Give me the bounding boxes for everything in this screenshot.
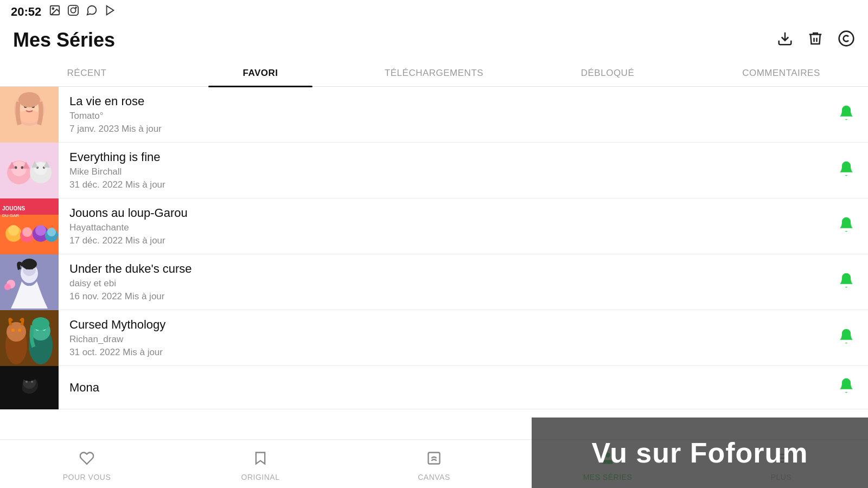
- notification-bell[interactable]: [825, 160, 868, 181]
- series-thumbnail: [0, 143, 59, 198]
- series-info: Jouons au loup-Garou Hayattachante 17 dé…: [59, 200, 825, 253]
- svg-point-52: [18, 329, 21, 332]
- svg-rect-65: [429, 453, 440, 464]
- nav-pour-vous-label: POUR VOUS: [63, 473, 111, 481]
- svg-rect-2: [68, 5, 78, 15]
- download-button[interactable]: [777, 30, 793, 50]
- series-thumbnail: JOUONS DU GAR: [0, 198, 59, 254]
- series-info: Everything is fine Mike Birchall 31 déc.…: [59, 144, 825, 197]
- series-date: 31 oct. 2022 Mis à jour: [69, 347, 814, 358]
- series-info: Under the duke's curse daisy et ebi 16 n…: [59, 255, 825, 309]
- notification-bell[interactable]: [825, 272, 868, 293]
- nav-original-label: ORIGINAL: [241, 473, 280, 481]
- photo-status-icon: [49, 4, 61, 19]
- series-author: daisy et ebi: [69, 278, 814, 289]
- series-author: Hayattachante: [69, 222, 814, 233]
- list-item[interactable]: JOUONS DU GAR Jouons au loup-Garou Hayat…: [0, 198, 868, 254]
- nav-original[interactable]: ORIGINAL: [174, 446, 347, 481]
- series-title: Under the duke's curse: [69, 262, 814, 276]
- watermark-overlay: Vu sur Foforum: [532, 418, 868, 488]
- page-title: Mes Séries: [13, 29, 115, 52]
- svg-point-4: [75, 7, 76, 8]
- whatsapp-status-icon: [86, 4, 98, 19]
- nav-pour-vous[interactable]: POUR VOUS: [0, 446, 174, 481]
- svg-point-7: [839, 31, 854, 46]
- series-date: 7 janv. 2023 Mis à jour: [69, 124, 814, 134]
- svg-point-14: [18, 92, 40, 107]
- series-date: 17 déc. 2022 Mis à jour: [69, 235, 814, 246]
- svg-point-47: [4, 284, 11, 290]
- series-author: Tomato°: [69, 111, 814, 121]
- nav-canvas-label: CANVAS: [418, 473, 450, 481]
- list-item[interactable]: Everything is fine Mike Birchall 31 déc.…: [0, 143, 868, 198]
- svg-marker-64: [256, 453, 265, 464]
- copyright-button[interactable]: [838, 30, 855, 51]
- series-author: Mike Birchall: [69, 166, 814, 177]
- series-info: La vie en rose Tomato° 7 janv. 2023 Mis …: [59, 88, 825, 141]
- watermark-text: Vu sur Foforum: [591, 436, 808, 469]
- notification-bell[interactable]: [825, 328, 868, 349]
- nav-canvas[interactable]: CANVAS: [347, 446, 521, 481]
- notification-bell[interactable]: [825, 377, 868, 398]
- svg-point-51: [11, 329, 15, 332]
- play-status-icon: [104, 4, 116, 19]
- series-thumbnail: [0, 366, 59, 409]
- series-author: Richan_draw: [69, 334, 814, 345]
- bookmark-icon: [253, 451, 268, 470]
- svg-point-3: [71, 8, 76, 12]
- series-title: La vie en rose: [69, 94, 814, 108]
- instagram-status-icon: [67, 4, 79, 19]
- list-item[interactable]: Cursed Mythology Richan_draw 31 oct. 202…: [0, 310, 868, 366]
- heart-icon: [79, 451, 94, 470]
- tabs-bar: RÉCENT FAVORI TÉLÉCHARGEMENTS DÉBLOQUÉ C…: [0, 59, 868, 87]
- status-time: 20:52: [11, 5, 41, 19]
- tab-recent[interactable]: RÉCENT: [0, 59, 174, 86]
- series-thumbnail: [0, 254, 59, 310]
- svg-point-33: [8, 225, 19, 236]
- series-title: Mona: [69, 381, 814, 395]
- tab-favori[interactable]: FAVORI: [174, 59, 347, 86]
- svg-point-37: [35, 225, 46, 236]
- svg-point-45: [22, 259, 37, 269]
- svg-text:DU GAR: DU GAR: [2, 213, 19, 218]
- series-thumbnail: [0, 310, 59, 366]
- delete-button[interactable]: [807, 30, 824, 50]
- tab-debloque[interactable]: DÉBLOQUÉ: [521, 59, 694, 86]
- list-item[interactable]: La vie en rose Tomato° 7 janv. 2023 Mis …: [0, 87, 868, 143]
- svg-point-35: [22, 227, 32, 237]
- series-date: 16 nov. 2022 Mis à jour: [69, 291, 814, 302]
- page-header: Mes Séries: [0, 23, 868, 59]
- status-icons: [49, 4, 116, 19]
- series-title: Cursed Mythology: [69, 318, 814, 332]
- svg-point-39: [47, 228, 56, 236]
- svg-point-62: [25, 381, 28, 383]
- svg-point-57: [32, 317, 49, 330]
- svg-point-1: [53, 8, 54, 9]
- status-bar: 20:52: [0, 0, 868, 23]
- series-info: Mona: [59, 374, 825, 401]
- tab-telechargements[interactable]: TÉLÉCHARGEMENTS: [347, 59, 521, 86]
- series-title: Everything is fine: [69, 150, 814, 164]
- series-title: Jouons au loup-Garou: [69, 206, 814, 220]
- header-actions: [777, 30, 855, 51]
- list-item[interactable]: Mona: [0, 366, 868, 409]
- canvas-icon: [426, 451, 442, 470]
- svg-marker-5: [107, 6, 114, 15]
- series-info: Cursed Mythology Richan_draw 31 oct. 202…: [59, 311, 825, 364]
- tab-commentaires[interactable]: COMMENTAIRES: [694, 59, 868, 86]
- series-date: 31 déc. 2022 Mis à jour: [69, 179, 814, 190]
- svg-text:JOUONS: JOUONS: [2, 206, 25, 211]
- notification-bell[interactable]: [825, 104, 868, 125]
- svg-point-61: [22, 370, 37, 381]
- series-thumbnail: [0, 87, 59, 143]
- series-list: La vie en rose Tomato° 7 janv. 2023 Mis …: [0, 87, 868, 425]
- svg-point-63: [31, 381, 33, 383]
- notification-bell[interactable]: [825, 216, 868, 237]
- list-item[interactable]: Under the duke's curse daisy et ebi 16 n…: [0, 254, 868, 310]
